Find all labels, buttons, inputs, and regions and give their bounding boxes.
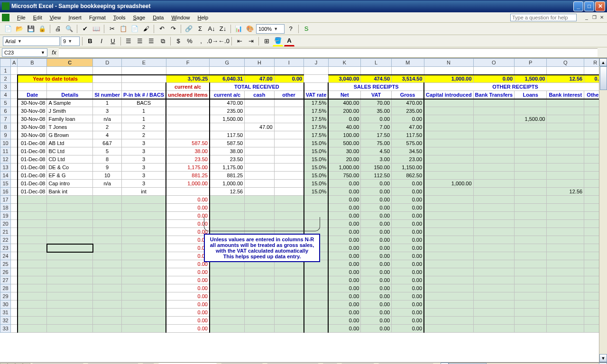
- cell[interactable]: [274, 147, 304, 155]
- cell[interactable]: 0.00: [328, 212, 361, 220]
- cell[interactable]: [304, 317, 329, 325]
- cell[interactable]: 400.00: [328, 99, 361, 107]
- cell[interactable]: AB Ltd: [47, 139, 93, 147]
- cell[interactable]: [18, 228, 47, 236]
- cell[interactable]: 1,000.00: [210, 180, 245, 188]
- row-header[interactable]: 20: [0, 220, 11, 228]
- cell[interactable]: 3: [122, 180, 166, 188]
- zoom-combo[interactable]: 100%▼: [256, 24, 285, 34]
- cell[interactable]: cash: [245, 91, 274, 99]
- cell[interactable]: 0.00: [361, 196, 392, 204]
- menu-help[interactable]: Help: [194, 14, 212, 21]
- cell[interactable]: 0.00: [392, 276, 424, 284]
- cell[interactable]: 750.00: [328, 172, 361, 180]
- cell[interactable]: 0.00: [361, 325, 392, 333]
- cell[interactable]: [47, 317, 93, 325]
- cell[interactable]: 0.00: [392, 212, 424, 220]
- cell[interactable]: [18, 196, 47, 204]
- bold-button[interactable]: B: [85, 36, 95, 46]
- cell[interactable]: [93, 309, 122, 317]
- cell[interactable]: [11, 236, 18, 244]
- cell[interactable]: 3,705.25: [166, 75, 210, 83]
- cell[interactable]: [274, 300, 304, 309]
- cell[interactable]: 0.00: [392, 317, 424, 325]
- cell[interactable]: 0.00: [361, 244, 392, 252]
- col-header-Q[interactable]: Q: [547, 59, 584, 67]
- cell[interactable]: 3: [122, 155, 166, 164]
- cell[interactable]: 0.00: [361, 212, 392, 220]
- cell[interactable]: n/a: [93, 180, 122, 188]
- cell[interactable]: [47, 220, 93, 228]
- cell[interactable]: [245, 67, 274, 75]
- open-button[interactable]: 📂: [14, 24, 25, 34]
- cell[interactable]: J Smith: [47, 107, 93, 115]
- cell[interactable]: 1,500.00: [515, 115, 547, 123]
- cell[interactable]: [11, 67, 18, 75]
- drawing-button[interactable]: 🎨: [245, 24, 255, 34]
- cell[interactable]: [424, 300, 473, 309]
- cell[interactable]: [11, 292, 18, 300]
- cell[interactable]: 470.00: [392, 99, 424, 107]
- cell[interactable]: 0.00: [361, 276, 392, 284]
- cell[interactable]: [424, 268, 473, 276]
- cell[interactable]: [274, 180, 304, 188]
- cell[interactable]: Bank interest: [547, 91, 584, 99]
- row-header[interactable]: 5: [0, 99, 11, 107]
- cell[interactable]: 6,040.31: [210, 75, 245, 83]
- cell[interactable]: [210, 196, 245, 204]
- row-header[interactable]: 22: [0, 236, 11, 244]
- cell[interactable]: [122, 292, 166, 300]
- cell[interactable]: [122, 317, 166, 325]
- cell[interactable]: [122, 276, 166, 284]
- cell[interactable]: 47.00: [245, 75, 274, 83]
- cell[interactable]: [47, 300, 93, 309]
- cell[interactable]: [11, 300, 18, 309]
- cell[interactable]: [473, 115, 514, 123]
- cell[interactable]: 0.00: [328, 196, 361, 204]
- cell[interactable]: [122, 196, 166, 204]
- cell[interactable]: 0.00: [328, 204, 361, 212]
- font-combo[interactable]: Arial▼: [3, 36, 60, 46]
- cell[interactable]: 0.00: [166, 204, 210, 212]
- cell[interactable]: [245, 147, 274, 155]
- cell[interactable]: [424, 284, 473, 292]
- cell[interactable]: [547, 309, 584, 317]
- row-header[interactable]: 12: [0, 155, 11, 164]
- cell[interactable]: 0.00: [328, 115, 361, 123]
- cell[interactable]: [93, 75, 122, 83]
- cell[interactable]: 12.56: [547, 188, 584, 196]
- col-header-D[interactable]: D: [93, 59, 122, 67]
- chart-button[interactable]: 📊: [233, 24, 244, 34]
- cell[interactable]: [361, 67, 392, 75]
- row-header[interactable]: 3: [0, 83, 11, 91]
- cell[interactable]: 5: [93, 147, 122, 155]
- cell[interactable]: [47, 325, 93, 333]
- cell[interactable]: 0.00: [328, 325, 361, 333]
- cell[interactable]: current a/c: [166, 83, 210, 91]
- cell[interactable]: 17.5%: [304, 99, 329, 107]
- cell[interactable]: 3: [93, 107, 122, 115]
- cell[interactable]: [47, 260, 93, 268]
- cell[interactable]: [93, 268, 122, 276]
- cell[interactable]: 01-Dec-08: [18, 147, 47, 155]
- cell[interactable]: [18, 244, 47, 252]
- row-header[interactable]: 31: [0, 309, 11, 317]
- cell[interactable]: [166, 67, 210, 75]
- row-header[interactable]: 10: [0, 139, 11, 147]
- cell[interactable]: [245, 268, 274, 276]
- cell[interactable]: 30.00: [328, 147, 361, 155]
- cell[interactable]: [547, 317, 584, 325]
- cell[interactable]: [93, 196, 122, 204]
- cell[interactable]: [274, 204, 304, 212]
- cell[interactable]: [424, 228, 473, 236]
- col-header-F[interactable]: F: [166, 59, 210, 67]
- cell[interactable]: 0.00: [166, 317, 210, 325]
- col-header-J[interactable]: J: [304, 59, 329, 67]
- new-button[interactable]: 📄: [3, 24, 13, 34]
- cell[interactable]: [424, 123, 473, 131]
- cell[interactable]: 38.00: [166, 147, 210, 155]
- cell[interactable]: A Sample: [47, 99, 93, 107]
- cell[interactable]: 0.00: [274, 75, 304, 83]
- borders-button[interactable]: ⊞: [261, 36, 272, 46]
- cell[interactable]: [304, 292, 329, 300]
